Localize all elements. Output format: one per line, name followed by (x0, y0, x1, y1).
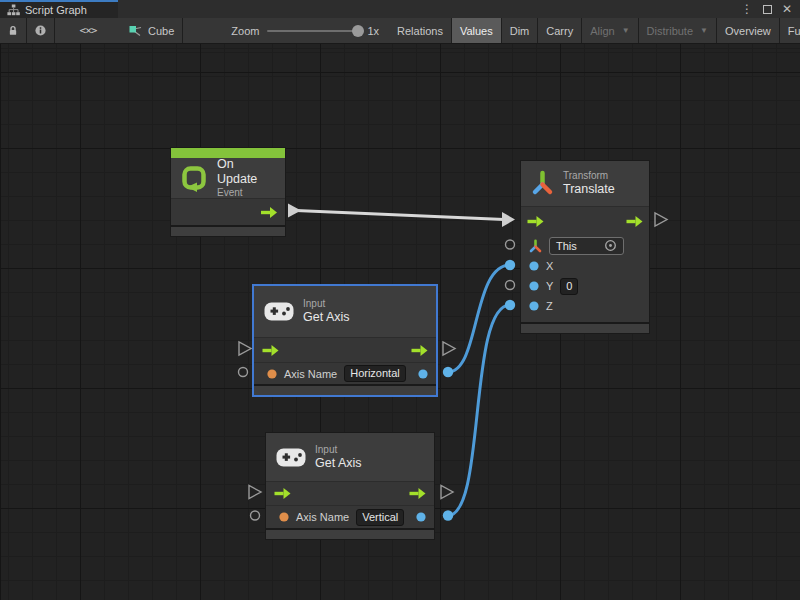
port-flow-output-on-update[interactable] (288, 204, 301, 218)
flow-output-row (171, 198, 285, 225)
value-port-icon (529, 301, 539, 311)
close-icon[interactable]: ✕ (782, 3, 792, 15)
node-title: On Update (217, 157, 275, 187)
relations-button[interactable]: Relations (389, 18, 451, 43)
values-button[interactable]: Values (452, 18, 501, 43)
z-label: Z (546, 300, 553, 312)
zoom-slider[interactable] (267, 30, 359, 32)
port-x-input-translate[interactable] (505, 260, 515, 270)
gamepad-icon (276, 448, 306, 467)
info-button[interactable] (27, 18, 54, 43)
flow-arrow-icon (262, 345, 279, 356)
dim-button[interactable]: Dim (502, 18, 538, 43)
node-on-update[interactable]: On Update Event (170, 147, 286, 237)
node-footer (521, 322, 649, 333)
toolbar-graph-group: Cube Zoom 1x (121, 18, 389, 43)
object-picker-icon[interactable] (604, 239, 617, 252)
y-label: Y (546, 280, 553, 292)
tab-script-graph[interactable]: Script Graph (0, 0, 118, 18)
graph-hierarchy-icon (7, 4, 20, 16)
axis-name-label: Axis Name (296, 511, 349, 523)
toolbar-right-group: Relations Values Dim Carry Align▼ Distri… (389, 18, 800, 43)
distribute-button[interactable]: Distribute▼ (639, 18, 716, 43)
flow-arrow-icon (626, 216, 643, 227)
flow-arrow-icon (409, 488, 426, 499)
align-button[interactable]: Align▼ (582, 18, 637, 43)
lock-icon (8, 24, 18, 37)
port-flow-output-translate[interactable] (655, 213, 667, 226)
node-title: Get Axis (303, 310, 350, 325)
port-axisname-input-getaxis-v[interactable] (251, 511, 260, 520)
gamepad-icon (264, 302, 294, 321)
wire-horizontal-to-x[interactable] (448, 265, 510, 372)
port-value-output-getaxis-h[interactable] (443, 367, 453, 377)
node-subtitle: Input (315, 444, 362, 456)
axis-name-input[interactable]: Vertical (356, 509, 404, 526)
toolbar-left-group: <×> (0, 18, 121, 43)
target-row: This (521, 235, 649, 256)
node-get-axis-horizontal[interactable]: Input Get Axis Axis Name Horizontal (253, 285, 437, 396)
fullscreen-button[interactable]: Full Screen (780, 18, 800, 43)
string-port-icon (279, 512, 289, 522)
info-icon (35, 24, 46, 37)
x-label: X (546, 260, 553, 272)
target-object-field[interactable]: This (549, 237, 624, 255)
maximize-icon[interactable] (763, 5, 772, 14)
port-flow-output-getaxis-h[interactable] (443, 342, 455, 355)
node-footer (171, 225, 285, 236)
zoom-label: Zoom (231, 25, 259, 37)
zoom-slider-handle[interactable] (352, 25, 364, 37)
node-subtitle: Input (303, 298, 350, 310)
port-value-output-getaxis-v[interactable] (443, 510, 453, 520)
port-flow-output-getaxis-v[interactable] (441, 486, 453, 499)
chevron-down-icon: ▼ (622, 26, 630, 35)
port-target-input-translate[interactable] (506, 240, 515, 249)
carry-button[interactable]: Carry (538, 18, 581, 43)
transform-axes-icon (531, 169, 554, 198)
menu-dots-icon[interactable]: ⋮ (741, 3, 753, 15)
port-flow-input-getaxis-v[interactable] (249, 486, 261, 499)
value-port-icon (416, 512, 426, 522)
window-controls: ⋮ ✕ (741, 0, 800, 18)
transform-mini-icon (529, 239, 542, 253)
flow-arrow-icon (261, 207, 277, 218)
graph-node-icon (129, 25, 143, 37)
loop-arrow-icon (181, 165, 208, 192)
unit-options-button[interactable]: <×> (55, 18, 121, 43)
zoom-value: 1x (367, 25, 379, 37)
overview-button[interactable]: Overview (717, 18, 779, 43)
flow-row (254, 337, 436, 362)
axis-name-row: Axis Name Vertical (266, 505, 434, 528)
port-y-input-translate[interactable] (506, 281, 515, 290)
flow-arrow-icon (411, 345, 428, 356)
node-title: Get Axis (315, 456, 362, 471)
wire-flow-onupdate-to-translate[interactable] (296, 211, 504, 220)
string-port-icon (267, 369, 277, 379)
graph-name: Cube (148, 25, 174, 37)
lock-button[interactable] (0, 18, 26, 43)
graph-canvas[interactable]: On Update Event Input (0, 44, 800, 600)
axis-name-label: Axis Name (284, 368, 337, 380)
value-port-icon (529, 261, 539, 271)
tab-title: Script Graph (25, 4, 87, 16)
flow-arrow-icon (527, 216, 544, 227)
z-row: Z (521, 296, 649, 316)
graph-breadcrumb-button[interactable]: Cube (121, 18, 182, 43)
y-row: Y 0 (521, 276, 649, 296)
flow-arrow-icon (274, 488, 291, 499)
axis-name-input[interactable]: Horizontal (344, 365, 406, 382)
node-transform-translate[interactable]: Transform Translate This (520, 160, 650, 334)
node-subtitle: Event (217, 187, 275, 199)
port-flow-input-getaxis-h[interactable] (239, 342, 251, 355)
value-port-icon (529, 281, 539, 291)
node-footer (266, 528, 434, 539)
y-value-input[interactable]: 0 (560, 278, 578, 295)
port-z-input-translate[interactable] (505, 300, 515, 310)
port-axisname-input-getaxis-h[interactable] (239, 368, 248, 377)
port-flow-input-translate[interactable] (502, 212, 515, 227)
zoom-control: Zoom 1x (183, 18, 389, 43)
node-get-axis-vertical[interactable]: Input Get Axis Axis Name Vertical (265, 432, 435, 540)
node-subtitle: Transform (563, 170, 615, 182)
wire-vertical-to-z[interactable] (448, 305, 510, 516)
value-port-icon (418, 369, 428, 379)
